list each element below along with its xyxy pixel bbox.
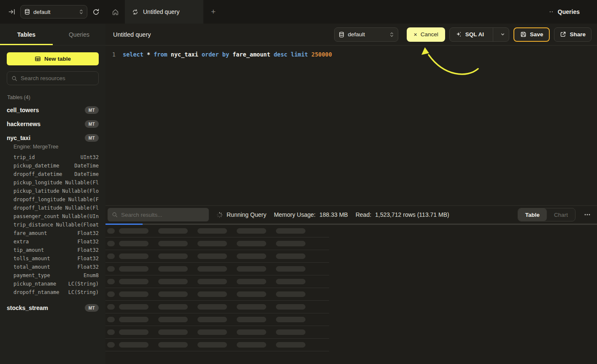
skeleton-cell <box>237 266 266 272</box>
engine-badge: MT <box>85 120 99 128</box>
skeleton-cell <box>107 329 115 335</box>
skeleton-cell <box>107 291 115 297</box>
skeleton-cell <box>158 241 188 246</box>
sidebar-tab-tables[interactable]: Tables <box>0 24 53 45</box>
sql-token: nyc_taxi <box>171 51 202 58</box>
home-button[interactable] <box>105 0 125 24</box>
column-name: passenger_count <box>14 212 59 221</box>
sidebar-table-nyc_taxi[interactable]: nyc_taxiMT <box>0 131 105 145</box>
skeleton-cell <box>276 317 305 322</box>
ellipsis-icon <box>584 212 591 218</box>
refresh-button[interactable] <box>92 8 100 16</box>
sidebar-collapse-button[interactable] <box>8 8 15 15</box>
skeleton-cell <box>276 342 305 348</box>
sidebar-table-stocks_stream[interactable]: stocks_streamMT <box>0 301 105 315</box>
skeleton-cell <box>276 253 305 259</box>
query-database-select[interactable]: default <box>334 27 398 42</box>
skeleton-cell <box>158 329 188 335</box>
column-row: total_amountFloat32 <box>14 263 99 271</box>
skeleton-cell <box>107 228 115 234</box>
column-list: trip_idUInt32pickup_datetimeDateTimedrop… <box>14 153 99 297</box>
search-icon <box>112 212 118 218</box>
column-type: LC(String) <box>68 288 99 297</box>
view-tab-table[interactable]: Table <box>518 208 547 221</box>
skeleton-cell <box>237 228 266 234</box>
close-icon: × <box>413 31 417 38</box>
skeleton-cell <box>197 241 227 246</box>
read-value: 1,523,712 rows (113.71 MB) <box>375 211 449 218</box>
collapse-sidebar-icon <box>8 8 15 15</box>
skeleton-cell <box>237 291 266 297</box>
view-tab-chart[interactable]: Chart <box>547 208 575 221</box>
query-tab-active[interactable]: Untitled query <box>125 0 203 24</box>
topbar-database-select[interactable]: default <box>20 5 87 19</box>
skeleton-row <box>105 250 329 263</box>
column-type: Float32 <box>77 237 99 246</box>
table-name: nyc_taxi <box>7 135 30 141</box>
column-name: extra <box>14 237 29 246</box>
database-icon <box>339 32 344 38</box>
column-type: Float32 <box>77 229 99 237</box>
new-table-button[interactable]: New table <box>7 52 99 65</box>
memory-usage: Memory Usage: 188.33 MB <box>274 211 348 218</box>
skeleton-cell <box>107 253 115 259</box>
skeleton-cell <box>107 304 115 310</box>
skeleton-cell <box>119 253 149 259</box>
query-status: Running Query <box>216 211 266 218</box>
table-name: cell_towers <box>7 107 39 113</box>
skeleton-cell <box>119 291 149 297</box>
skeleton-cell <box>197 266 227 272</box>
share-button[interactable]: Share <box>554 27 592 42</box>
skeleton-cell <box>158 253 188 259</box>
column-name: dropoff_longitude <box>14 195 65 204</box>
skeleton-cell <box>158 317 188 322</box>
skeleton-row <box>105 237 329 250</box>
skeleton-cell <box>158 291 188 297</box>
column-row: trip_distanceNullable(Float <box>14 221 99 229</box>
table-list: cell_towersMThackernewsMTnyc_taxiMTEngin… <box>0 103 105 315</box>
skeleton-cell <box>107 279 115 284</box>
sidebar-table-cell_towers[interactable]: cell_towersMT <box>0 103 105 117</box>
more-options-button[interactable] <box>583 210 592 219</box>
search-icon <box>11 75 17 81</box>
resource-search <box>7 71 99 85</box>
skeleton-row <box>105 301 329 313</box>
new-tab-button[interactable]: + <box>203 0 223 24</box>
skeleton-cell <box>119 241 149 246</box>
column-row: pickup_datetimeDateTime <box>14 162 99 170</box>
sql-editor[interactable]: 1 select * from nyc_taxi order by fare_a… <box>105 46 597 205</box>
sidebar-tab-queries[interactable]: Queries <box>53 24 105 45</box>
table-grid-icon <box>35 56 41 62</box>
view-toggle: TableChart <box>518 208 575 221</box>
spinner-icon <box>216 212 223 218</box>
cancel-button[interactable]: × Cancel <box>407 27 445 42</box>
sql-token: by <box>222 51 232 58</box>
resource-search-input[interactable] <box>21 75 94 81</box>
column-type: DateTime <box>74 162 99 170</box>
home-icon <box>112 8 119 16</box>
chevron-down-icon <box>500 32 505 37</box>
code-line: 1 select * from nyc_taxi order by fare_a… <box>105 50 597 59</box>
column-row: dropoff_datetimeDateTime <box>14 170 99 178</box>
column-row: extraFloat32 <box>14 237 99 246</box>
queries-shortcut[interactable]: Queries <box>549 0 597 24</box>
share-label: Share <box>570 31 586 38</box>
skeleton-cell <box>197 317 227 322</box>
sql-ai-dropdown-button[interactable] <box>497 28 509 41</box>
skeleton-cell <box>197 304 227 310</box>
topbar-database-value: default <box>33 9 51 15</box>
column-row: tolls_amountFloat32 <box>14 254 99 263</box>
topbar-left: default <box>0 0 105 24</box>
memory-usage-value: 188.33 MB <box>319 211 348 218</box>
save-button[interactable]: Save <box>513 27 550 42</box>
sidebar-table-hackernews[interactable]: hackernewsMT <box>0 117 105 131</box>
engine-label: Engine: MergeTree <box>14 144 99 150</box>
sql-ai-button[interactable]: SQL AI <box>450 28 489 41</box>
skeleton-cell <box>276 266 305 272</box>
column-type: Float32 <box>77 254 99 263</box>
skeleton-cell <box>119 342 149 348</box>
divider <box>493 28 493 41</box>
refresh-icon <box>92 8 100 16</box>
results-search-input[interactable] <box>121 212 205 218</box>
skeleton-cell <box>119 228 149 234</box>
